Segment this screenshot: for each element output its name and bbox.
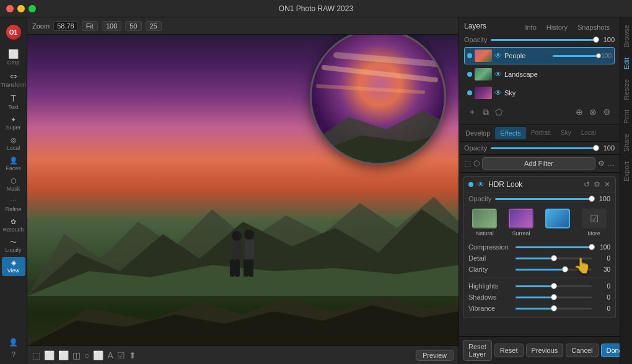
layer-item-sky[interactable]: 👁 Sky [464,84,615,102]
bottom-icon-a[interactable]: A [107,350,113,360]
vibrance-slider[interactable] [516,304,592,313]
tool-liquify[interactable]: 〜 Liquify [2,236,25,256]
strip-resize[interactable]: Resize [623,77,630,103]
hdr-settings-icon[interactable]: ⚙ [594,180,600,189]
retouch-icon: ✿ [11,219,16,225]
cancel-button[interactable]: Cancel [566,344,598,357]
reset-button[interactable]: Reset [494,344,524,357]
transform-icon: ⇔ [10,72,17,80]
bottom-icon-share[interactable]: ⬆ [129,350,136,360]
filter-settings-icon[interactable]: ⚙ [598,159,605,168]
strip-print[interactable]: Print [623,107,630,126]
preset-natural[interactable]: Natural [472,209,497,236]
mask-label: Mask [7,186,20,192]
slider-highlights: Highlights 0 [463,280,615,292]
layer-item-landscape[interactable]: 👁 Landscape [464,66,615,83]
tab-snapshots[interactable]: Snapshots [573,21,615,33]
layer-dot-people [467,53,472,58]
strip-export[interactable]: Export [623,159,630,184]
hdr-close-icon[interactable]: ✕ [604,180,610,189]
tab-sky[interactable]: Sky [556,127,576,139]
zoom-50-button[interactable]: 50 [125,21,141,31]
tab-portrait[interactable]: Portrait [526,127,556,139]
layers-opacity-slider[interactable] [491,39,596,41]
liquify-label: Liquify [5,247,21,253]
highlights-slider[interactable] [516,282,592,290]
layer-settings-icon[interactable]: ⚙ [602,106,612,118]
layer-option-1[interactable]: ⊕ [574,106,584,118]
layer-actions: ＋ ⧉ ⬠ ⊕ ⊗ ⚙ [464,103,615,121]
photo-container [27,35,459,345]
right-panel: Layers Info History Snapshots Opacity 10… [459,17,620,364]
bottom-icon-1[interactable]: ⬚ [32,350,40,360]
hdr-vis-icon[interactable]: 👁 [477,180,485,189]
layer-vis-people[interactable]: 👁 [494,51,502,60]
layer-vis-landscape[interactable]: 👁 [494,70,502,79]
compression-slider[interactable] [516,243,592,251]
filter-layer-icon[interactable]: ⬚ [464,159,471,168]
bottom-icon-4[interactable]: ◫ [72,350,81,360]
tool-refine[interactable]: ⋯ Refine [2,196,25,215]
blend-layer-icon[interactable]: ⬠ [494,106,504,118]
detail-slider[interactable] [516,254,592,262]
tab-effects[interactable]: Effects [495,127,525,139]
tool-super[interactable]: ✦ Super [2,114,25,133]
slider-shadows: Shadows 0 [463,292,615,303]
traffic-light-green[interactable] [29,5,36,12]
preset-more[interactable]: ☑ More [582,209,607,236]
traffic-light-yellow[interactable] [17,5,25,12]
hdr-dot [468,182,473,187]
tool-local[interactable]: ◎ Local [2,134,25,154]
layer-option-2[interactable]: ⊗ [588,106,598,118]
reset-layer-button[interactable]: Reset Layer [463,340,492,361]
bottom-icon-2[interactable]: ⬜ [44,350,55,360]
bottom-icon-circle[interactable]: ○ [84,350,89,360]
fit-button[interactable]: Fit [82,21,98,31]
tab-history[interactable]: History [542,21,573,33]
preset-surreal[interactable]: Surreal [509,209,533,236]
previous-button[interactable]: Previous [526,344,564,357]
highlights-label: Highlights [468,282,512,290]
tool-crop[interactable]: ⬜ Crop [2,47,25,68]
zoom-100-button[interactable]: 100 [102,21,121,31]
tool-text[interactable]: T Text [2,92,25,113]
strip-browse[interactable]: Browse [623,22,630,50]
layer-vis-sky[interactable]: 👁 [494,89,502,97]
tool-retouch[interactable]: ✿ Retouch [2,216,25,235]
filter-more-icon[interactable]: … [607,159,615,168]
tool-mask[interactable]: ⬡ Mask [2,175,25,194]
zoom-25-button[interactable]: 25 [146,21,162,31]
preview-button[interactable]: Preview [416,350,454,361]
shadows-slider[interactable] [516,293,592,301]
faces-label: Faces [6,165,21,171]
bottom-icon-rect[interactable]: ⬜ [93,350,103,360]
tool-view[interactable]: ◈ View [2,257,25,276]
strip-share[interactable]: Share [623,131,630,154]
effects-opacity-slider[interactable] [491,147,596,149]
strip-edit[interactable]: Edit [623,55,630,72]
hdr-reset-icon[interactable]: ↺ [584,180,590,189]
hdr-opacity-slider[interactable] [495,198,592,200]
layers-section: Layers Info History Snapshots Opacity 10… [459,17,620,124]
zoom-value-display[interactable]: 58.78 [53,21,78,31]
panel-tabs: Develop Effects Portrait Sky Local [459,124,620,142]
traffic-light-red[interactable] [6,5,14,12]
tool-transform[interactable]: ⇔ Transform [2,69,25,90]
bottom-icon-3[interactable]: ⬜ [58,350,69,360]
hdr-opacity-label: Opacity [468,195,491,202]
tab-info[interactable]: Info [520,21,541,33]
clarity-slider[interactable] [516,265,592,274]
tab-local[interactable]: Local [576,127,601,139]
layer-item-people[interactable]: 👁 People 100 [464,47,615,64]
preset-natural-label: Natural [476,230,494,236]
layer-opacity-slider-people[interactable] [553,55,599,57]
duplicate-layer-icon[interactable]: ⧉ [481,106,490,119]
filter-mask-icon[interactable]: ⬡ [473,159,480,168]
preset-more-hdr[interactable] [545,209,570,236]
bottom-icon-check[interactable]: ☑ [117,350,125,360]
canvas-toolbar: Zoom 58.78 Fit 100 50 25 [27,17,459,35]
tool-faces[interactable]: 👤 Faces [2,155,25,174]
add-layer-icon[interactable]: ＋ [467,105,478,119]
tab-develop[interactable]: Develop [460,127,495,139]
add-filter-button[interactable]: Add Filter [482,157,595,170]
